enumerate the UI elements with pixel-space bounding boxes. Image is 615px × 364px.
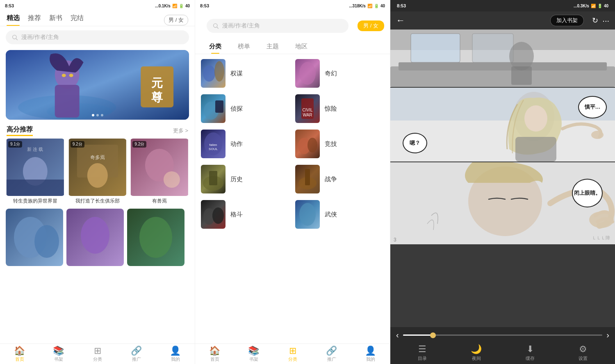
cat-item-jingji[interactable]: 竞技 [295, 130, 385, 158]
more-link-1[interactable]: 更多 > [173, 127, 188, 134]
banner-1[interactable]: 元 尊 [6, 50, 189, 120]
manga-badge-3: 9.2分 [132, 141, 146, 148]
tab-jingxuan[interactable]: 精选 [7, 14, 20, 26]
refresh-button[interactable]: ↻ [592, 16, 598, 25]
cat-row-4: 历史 战争 [201, 165, 384, 193]
watermark: ＬＬＬ障 [592, 235, 610, 241]
shelf-label-2: 书架 [249, 356, 258, 362]
status-bar-2: 8:53 ...318K/s 📶 🔋 40 [195, 0, 390, 11]
filter-tab-category[interactable]: 分类 [201, 40, 230, 54]
nav-home-2[interactable]: 🏠 首页 [195, 346, 234, 362]
cat-item-gedou[interactable]: 格斗 [201, 200, 290, 229]
svg-text:奇多焉: 奇多焉 [90, 155, 105, 160]
filter-tab-region[interactable]: 地区 [287, 40, 316, 54]
manga-card-1[interactable]: 新 连 载 9.1分 转生贵族的异世界冒 [6, 139, 65, 205]
manga-thumb2-1[interactable] [6, 209, 63, 266]
svg-rect-75 [515, 137, 556, 162]
reader-nav-cache[interactable]: ⬇ 缓存 [526, 344, 535, 362]
svg-point-69 [509, 42, 534, 71]
search-icon-1 [11, 34, 18, 41]
search-icon-2 [212, 23, 219, 29]
reader-nav-catalog[interactable]: ☰ 目录 [418, 344, 427, 362]
progress-track[interactable] [403, 334, 603, 336]
prev-page-button[interactable]: ‹ [396, 330, 399, 340]
manga-thumb-1: 新 连 载 9.1分 [6, 139, 65, 196]
progress-container: ‹ › [396, 330, 609, 340]
cat-item-zhanzhen[interactable]: 战争 [295, 165, 385, 193]
cat-thumb-dongzuo: fallen SOUL [201, 130, 226, 158]
time-1: 8:53 [5, 3, 14, 8]
svg-point-62 [299, 203, 316, 226]
nav-shelf-2[interactable]: 📚 书架 [234, 346, 273, 362]
cat-label-xianjian: 惊险 [325, 105, 337, 113]
filter-tab-theme[interactable]: 主题 [258, 40, 287, 54]
cat-thumb-lishi [201, 165, 226, 193]
network-1: ...0.1K/s [155, 4, 171, 8]
svg-text:元: 元 [151, 77, 163, 89]
nav-promo-2[interactable]: 🔗 推广 [312, 346, 351, 362]
next-page-button[interactable]: › [606, 330, 609, 340]
nav-shelf-1[interactable]: 📚 书架 [39, 346, 78, 362]
progress-fill [403, 334, 433, 336]
svg-point-0 [13, 35, 16, 39]
banner-inner: 元 尊 [6, 50, 189, 120]
banner-dots [92, 114, 103, 116]
manga-thumb2-2[interactable] [66, 209, 124, 266]
cat-label-qihuan: 奇幻 [325, 70, 337, 77]
cat-item-lishi[interactable]: 历史 [201, 165, 290, 193]
manga-page-2: 慎平… 嗯？ [390, 88, 615, 162]
nav-category-2[interactable]: ⊞ 分类 [273, 346, 312, 362]
category-label-1: 分类 [93, 356, 102, 362]
cat-item-zhentan[interactable]: 侦探 [201, 94, 290, 123]
nav-mine-2[interactable]: 👤 我的 [351, 346, 390, 362]
status-bar-3: 8:53 ...0.3K/s 📶 🔋 40 [390, 0, 615, 11]
manga-name-1: 转生贵族的异世界冒 [6, 198, 65, 205]
search-bar-2[interactable]: 漫画/作者/主角 [207, 19, 348, 33]
cat-item-quanmou[interactable]: 权谋 [201, 59, 290, 88]
time-3: 8:53 [397, 3, 406, 8]
add-shelf-button[interactable]: 加入书架 [550, 15, 584, 26]
nav-promo-1[interactable]: 🔗 推广 [117, 346, 156, 362]
cat-label-quanmou: 权谋 [230, 70, 243, 77]
svg-point-18 [87, 163, 108, 188]
svg-rect-40 [215, 100, 223, 113]
svg-rect-70 [511, 66, 532, 85]
section-title-text: 高分推荐 [7, 125, 33, 136]
cat-label-zhentan: 侦探 [230, 105, 243, 113]
gender-button-1[interactable]: 男 / 女 [164, 15, 188, 25]
nav-category-1[interactable]: ⊞ 分类 [78, 346, 117, 362]
tab-xinshu[interactable]: 新书 [49, 14, 62, 26]
catalog-label: 目录 [418, 355, 427, 362]
settings-label: 设置 [579, 355, 588, 362]
manga-card-2[interactable]: 奇多焉 9.2分 我打造了长生俱乐部 [68, 139, 127, 205]
cat-item-wuxia[interactable]: 武侠 [295, 200, 385, 229]
gender-button-2[interactable]: 男 / 女 [358, 20, 384, 31]
nav-home-1[interactable]: 🏠 首页 [0, 346, 39, 362]
svg-point-51 [308, 138, 317, 152]
reader-nav-night[interactable]: 🌙 夜间 [471, 344, 482, 362]
progress-thumb[interactable] [430, 332, 436, 338]
cache-icon: ⬇ [526, 344, 534, 355]
back-button[interactable]: ← [396, 15, 405, 26]
manga-card-3[interactable]: 9.2分 有兽焉 [130, 139, 189, 205]
cat-thumb-jingji [295, 130, 320, 158]
speech-bubble-un: 嗯？ [403, 133, 427, 153]
cat-label-jingji: 竞技 [325, 140, 337, 148]
svg-line-1 [16, 39, 18, 40]
cat-item-xianjian[interactable]: CIVIL WAR 惊险 [295, 94, 385, 123]
svg-rect-66 [472, 34, 513, 62]
search-bar-1[interactable]: 漫画/作者/主角 [6, 30, 189, 44]
reader-nav-settings[interactable]: ⚙ 设置 [579, 344, 588, 362]
reader-nav-bar: ☰ 目录 🌙 夜间 ⬇ 缓存 ⚙ 设置 [396, 344, 609, 362]
manga-thumb2-3[interactable] [127, 209, 184, 266]
more-options-button[interactable]: ··· [602, 16, 609, 25]
page-number: 3 [394, 237, 396, 243]
filter-tab-ranking[interactable]: 榜单 [230, 40, 258, 54]
tab-tuijian[interactable]: 推荐 [28, 14, 41, 26]
tab-wanjie[interactable]: 完结 [71, 14, 84, 26]
svg-point-23 [164, 171, 180, 188]
cat-item-dongzuo[interactable]: fallen SOUL 动作 [201, 130, 290, 158]
battery-2: 40 [380, 4, 385, 8]
nav-mine-1[interactable]: 👤 我的 [156, 346, 195, 362]
cat-item-qihuan[interactable]: 奇幻 [295, 59, 385, 88]
